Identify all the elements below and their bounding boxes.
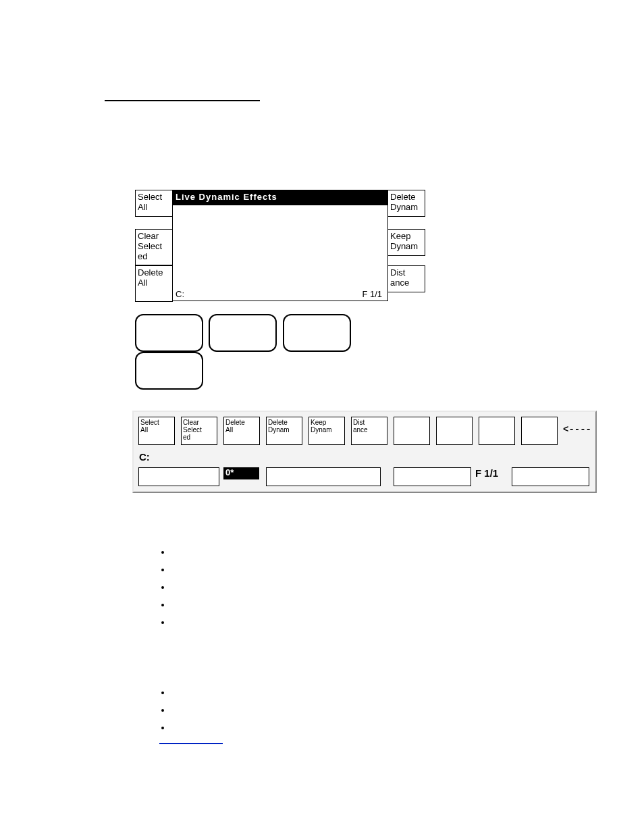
fkey-row [135, 314, 425, 390]
fkey-1[interactable] [135, 314, 203, 352]
clear-selected-button[interactable]: Clear Select ed [135, 229, 173, 265]
empty-slot-10[interactable] [521, 417, 558, 445]
empty-slot-7[interactable] [394, 417, 430, 445]
delete-all-button[interactable]: Delete All [135, 265, 173, 302]
delete-dynam-button[interactable]: Delete Dynam [266, 417, 302, 445]
delete-dynam-button[interactable]: Delete Dynam [387, 190, 425, 217]
status-c-label: C: [176, 289, 184, 299]
keep-dynam-button[interactable]: Keep Dynam [387, 229, 425, 256]
delete-all-button[interactable]: Delete All [223, 417, 260, 445]
cmd-field-3[interactable] [394, 467, 471, 486]
back-arrow-icon[interactable]: <---- [563, 424, 591, 435]
select-all-button[interactable]: Select All [135, 190, 173, 217]
clear-selected-button[interactable]: Clear Select ed [181, 417, 217, 445]
status-page-label: F 1/1 [362, 289, 382, 299]
distance-button[interactable]: Dist ance [351, 417, 387, 445]
effects-display-title: Live Dynamic Effects [173, 190, 387, 205]
cmd-field-1[interactable] [138, 467, 219, 486]
fkey-2[interactable] [209, 314, 277, 352]
status-c-label: C: [139, 451, 150, 463]
fkey-4[interactable] [135, 352, 203, 390]
select-all-button[interactable]: Select All [138, 417, 175, 445]
toolbar-panel: Select All Clear Select ed Delete All De… [132, 411, 597, 493]
keep-dynam-button[interactable]: Keep Dynam [308, 417, 345, 445]
heading-underline [105, 100, 260, 101]
bullet-list-b [159, 683, 171, 736]
inline-link[interactable] [159, 743, 223, 744]
zero-indicator: 0* [223, 467, 259, 479]
empty-slot-8[interactable] [436, 417, 473, 445]
effects-display: Live Dynamic Effects C: F 1/1 [172, 190, 388, 301]
bullet-list-a [159, 543, 171, 631]
page-label: F 1/1 [475, 467, 498, 479]
distance-button[interactable]: Dist ance [387, 265, 425, 292]
cmd-field-2[interactable] [266, 467, 381, 486]
fkey-3[interactable] [283, 314, 351, 352]
empty-slot-9[interactable] [479, 417, 515, 445]
cmd-field-4[interactable] [512, 467, 589, 486]
live-effects-panel: Select All Clear Select ed Delete All Li… [135, 190, 425, 355]
